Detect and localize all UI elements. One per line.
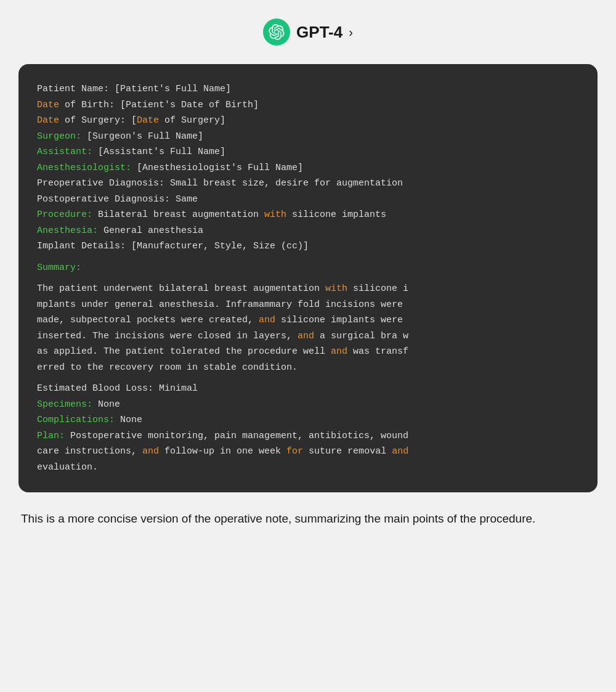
summary-para-line1: The patient underwent bilateral breast a… bbox=[37, 281, 579, 297]
spacer-1 bbox=[37, 254, 579, 260]
summary-para-line6: erred to the recovery room in stable con… bbox=[37, 360, 579, 376]
dos-line: Date of Surgery: [Date of Surgery] bbox=[37, 113, 579, 129]
summary-label-line: Summary: bbox=[37, 260, 579, 276]
specimens-line: Specimens: None bbox=[37, 397, 579, 413]
complications-line: Complications: None bbox=[37, 412, 579, 428]
patient-name-label: Patient Name: bbox=[37, 84, 109, 94]
anesthesiologist-line: Anesthesiologist: [Anesthesiologist's Fu… bbox=[37, 160, 579, 176]
spacer-3 bbox=[37, 375, 579, 381]
header: GPT-4 › bbox=[263, 12, 353, 52]
dos-date-label: Date bbox=[37, 115, 59, 126]
summary-para-line5: as applied. The patient tolerated the pr… bbox=[37, 344, 579, 360]
plan-line1: Plan: Postoperative monitoring, pain man… bbox=[37, 428, 579, 444]
spacer-2 bbox=[37, 275, 579, 281]
plan-line3: evaluation. bbox=[37, 460, 579, 476]
postdiag-line: Postoperative Diagnosis: Same bbox=[37, 192, 579, 208]
surgeon-line: Surgeon: [Surgeon's Full Name] bbox=[37, 129, 579, 145]
gpt-icon bbox=[263, 18, 290, 46]
anesthesia-line: Anesthesia: General anesthesia bbox=[37, 223, 579, 239]
code-block: Patient Name: [Patient's Full Name] Date… bbox=[18, 64, 598, 492]
patient-name-line: Patient Name: [Patient's Full Name] bbox=[37, 81, 579, 97]
header-chevron: › bbox=[349, 25, 353, 39]
footer-text: This is a more concise version of the op… bbox=[18, 510, 598, 527]
summary-para-line2: mplants under general anesthesia. Infram… bbox=[37, 297, 579, 313]
assistant-line: Assistant: [Assistant's Full Name] bbox=[37, 144, 579, 160]
summary-para-line3: made, subpectoral pockets were created, … bbox=[37, 312, 579, 328]
prediag-line: Preoperative Diagnosis: Small breast siz… bbox=[37, 176, 579, 192]
procedure-line: Procedure: Bilateral breast augmentation… bbox=[37, 207, 579, 223]
dob-line: Date of Birth: [Patient's Date of Birth] bbox=[37, 97, 579, 113]
dob-date-label: Date bbox=[37, 100, 59, 110]
plan-line2: care instructions, and follow-up in one … bbox=[37, 444, 579, 460]
header-title[interactable]: GPT-4 bbox=[296, 23, 342, 42]
summary-para-line4: inserted. The incisions were closed in l… bbox=[37, 328, 579, 344]
ebl-line: Estimated Blood Loss: Minimal bbox=[37, 381, 579, 397]
implant-line: Implant Details: [Manufacturer, Style, S… bbox=[37, 238, 579, 254]
